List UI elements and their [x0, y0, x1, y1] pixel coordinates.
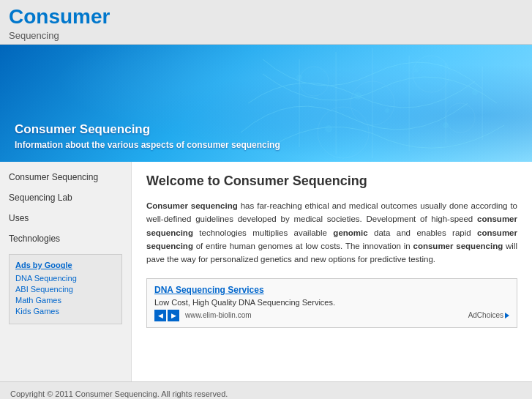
site-header: Consumer Sequencing	[0, 0, 532, 45]
intro-text-4: of entire human genomes at low costs. Th…	[193, 242, 413, 250]
hero-banner: Consumer Sequencing Information about th…	[0, 45, 532, 162]
ads-link-kids-games[interactable]: Kids Games	[15, 307, 116, 316]
intro-text-3: data and enables rapid	[368, 228, 477, 237]
sidebar: Consumer Sequencing Sequencing Lab Uses …	[0, 162, 132, 381]
svg-point-0	[299, 67, 329, 96]
sidebar-item-consumer-sequencing[interactable]: Consumer Sequencing	[9, 172, 122, 182]
ad-card: DNA Sequencing Services Low Cost, High Q…	[146, 278, 517, 328]
main-layout: Consumer Sequencing Sequencing Lab Uses …	[0, 162, 532, 381]
intro-paragraph: Consumer sequencing has far-reaching eth…	[146, 199, 517, 266]
ad-choices-icon	[505, 313, 509, 318]
ad-choices[interactable]: AdChoices	[468, 311, 509, 319]
site-subtitle: Sequencing	[9, 30, 523, 41]
ad-next-button[interactable]: ▶	[168, 310, 179, 321]
sidebar-item-sequencing-lab[interactable]: Sequencing Lab	[9, 193, 122, 203]
ad-url: www.elim-biolin.com	[185, 311, 252, 319]
hero-heading: Consumer Sequencing	[15, 122, 280, 137]
ad-card-description: Low Cost, High Quality DNA Sequencing Se…	[154, 298, 509, 307]
svg-point-7	[414, 68, 419, 72]
svg-point-4	[446, 103, 475, 133]
sidebar-item-uses[interactable]: Uses	[9, 213, 122, 223]
content-area: Welcome to Consumer Sequencing Consumer …	[132, 162, 532, 381]
ads-box: Ads by Google DNA Sequencing ABI Sequenc…	[9, 254, 122, 324]
svg-point-6	[354, 92, 361, 100]
ads-link-math-games[interactable]: Math Games	[15, 296, 116, 305]
hero-subheading: Information about the various aspects of…	[15, 140, 280, 150]
intro-bold-1: Consumer sequencing	[146, 201, 238, 210]
svg-point-2	[413, 56, 449, 92]
ads-title: Ads by Google	[15, 261, 116, 269]
intro-text-2: technologies multiplies available	[193, 228, 333, 237]
site-footer: Copyright © 2011 Consumer Sequencing. Al…	[0, 381, 532, 399]
svg-point-10	[385, 108, 389, 113]
svg-point-8	[472, 89, 478, 95]
ad-nav-controls: ◀ ▶ www.elim-biolin.com	[154, 310, 252, 321]
ad-card-footer: ◀ ▶ www.elim-biolin.com AdChoices	[154, 310, 509, 321]
ads-link-dna-sequencing[interactable]: DNA Sequencing	[15, 274, 116, 283]
ad-card-link[interactable]: DNA Sequencing Services	[154, 285, 509, 295]
content-heading: Welcome to Consumer Sequencing	[146, 174, 517, 189]
ad-choices-label: AdChoices	[468, 311, 503, 319]
ad-nav-buttons: ◀ ▶	[154, 310, 179, 321]
footer-copyright: Copyright © 2011 Consumer Sequencing. Al…	[10, 389, 522, 398]
intro-bold-3: genomic	[333, 228, 367, 237]
intro-bold-5: consumer sequencing	[413, 242, 503, 250]
hero-text: Consumer Sequencing Information about th…	[15, 122, 280, 150]
ad-prev-button[interactable]: ◀	[154, 310, 166, 321]
ads-link-abi-sequencing[interactable]: ABI Sequencing	[15, 285, 116, 294]
svg-point-9	[325, 125, 332, 133]
sidebar-item-technologies[interactable]: Technologies	[9, 234, 122, 244]
site-title: Consumer	[9, 6, 523, 29]
